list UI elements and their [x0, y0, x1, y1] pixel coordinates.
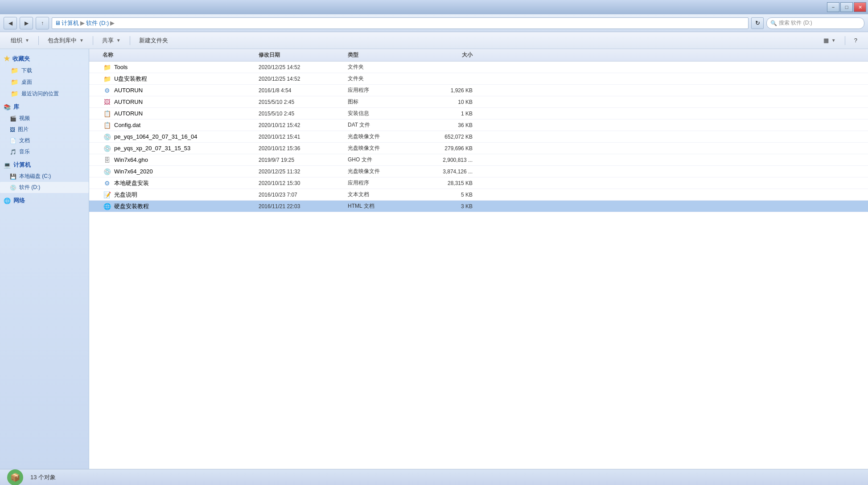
sidebar-item-image[interactable]: 🖼 图片	[0, 124, 89, 135]
sidebar-item-doc[interactable]: 📄 文档	[0, 135, 89, 146]
sidebar-item-music[interactable]: 🎵 音乐	[0, 146, 89, 157]
file-rows-container: 📁 Tools 2020/12/25 14:52 文件夹 📁 U盘安装教程 20…	[89, 62, 868, 212]
favorites-icon: ★	[4, 54, 10, 63]
file-size-cell: 28,315 KB	[419, 180, 481, 186]
table-row[interactable]: 💿 pe_yqs_xp_20_07_31_15_53 2020/10/12 15…	[89, 143, 868, 154]
file-icon: 🌐	[103, 202, 111, 210]
status-bar: 📦 13 个对象	[0, 469, 868, 485]
search-box[interactable]: 🔍 搜索 软件 (D:)	[766, 17, 864, 29]
header-name[interactable]: 名称	[89, 51, 259, 59]
table-row[interactable]: ⚙ AUTORUN 2016/1/8 4:54 应用程序 1,926 KB	[89, 85, 868, 96]
status-count: 13 个对象	[30, 473, 56, 481]
sidebar-item-desktop[interactable]: 📁 桌面	[0, 76, 89, 88]
file-type-cell: 光盘映像文件	[348, 168, 419, 175]
organize-button[interactable]: 组织 ▼	[5, 34, 35, 47]
table-row[interactable]: 📁 Tools 2020/12/25 14:52 文件夹	[89, 62, 868, 73]
video-label: 视频	[19, 115, 30, 122]
breadcrumb-end: ▶	[110, 20, 115, 26]
file-size-cell: 652,072 KB	[419, 134, 481, 140]
file-date-cell: 2016/11/21 22:03	[259, 203, 348, 210]
table-row[interactable]: 📋 AUTORUN 2015/5/10 2:45 安装信息 1 KB	[89, 108, 868, 119]
music-label: 音乐	[19, 148, 30, 156]
file-size-cell: 1,926 KB	[419, 87, 481, 94]
include-button[interactable]: 包含到库中 ▼	[42, 34, 89, 47]
file-icon: 💿	[103, 133, 111, 141]
file-type-cell: 图标	[348, 98, 419, 106]
breadcrumb-drive-label: 软件 (D:)	[86, 19, 109, 27]
file-type-cell: 文件夹	[348, 63, 419, 71]
close-button[interactable]: ✕	[854, 2, 866, 12]
toolbar-sep-2	[93, 36, 93, 45]
file-type-cell: 文本文档	[348, 191, 419, 198]
file-name: pe_yqs_1064_20_07_31_16_04	[114, 133, 197, 140]
header-size[interactable]: 大小	[419, 51, 481, 59]
refresh-button[interactable]: ↻	[751, 17, 764, 29]
breadcrumb-computer[interactable]: 🖥 计算机	[55, 19, 79, 27]
search-icon: 🔍	[770, 20, 777, 26]
file-size-cell: 36 KB	[419, 122, 481, 128]
file-name: Tools	[114, 64, 128, 70]
toolbar-sep-3	[130, 36, 130, 45]
table-row[interactable]: 🗄 Win7x64.gho 2019/9/7 19:25 GHO 文件 2,90…	[89, 154, 868, 166]
file-date-cell: 2020/12/25 11:32	[259, 169, 348, 175]
up-button[interactable]: ↑	[36, 17, 49, 29]
sidebar-item-drive-c[interactable]: 💾 本地磁盘 (C:)	[0, 171, 89, 182]
file-date-cell: 2020/12/25 14:52	[259, 64, 348, 70]
table-row[interactable]: 🖼 AUTORUN 2015/5/10 2:45 图标 10 KB	[89, 96, 868, 108]
table-row[interactable]: 💿 Win7x64_2020 2020/12/25 11:32 光盘映像文件 3…	[89, 166, 868, 177]
table-row[interactable]: 📁 U盘安装教程 2020/12/25 14:52 文件夹	[89, 73, 868, 85]
file-icon: 💿	[103, 144, 111, 152]
header-type[interactable]: 类型	[348, 51, 419, 59]
sidebar-section-network: 🌐 网络	[0, 195, 89, 206]
maximize-button[interactable]: □	[840, 2, 853, 12]
file-name-cell: 📁 U盘安装教程	[89, 75, 259, 83]
download-label: 下载	[21, 67, 32, 74]
recent-label: 最近访问的位置	[21, 90, 59, 98]
video-icon: 🎬	[10, 115, 16, 122]
file-icon: 📋	[103, 121, 111, 129]
disk-d-icon: 💿	[10, 185, 16, 191]
search-placeholder: 搜索 软件 (D:)	[779, 19, 812, 27]
table-row[interactable]: 📝 光盘说明 2016/10/23 7:07 文本文档 5 KB	[89, 189, 868, 201]
table-row[interactable]: 📋 Config.dat 2020/10/12 15:42 DAT 文件 36 …	[89, 119, 868, 131]
file-name-cell: 📋 Config.dat	[89, 121, 259, 129]
sidebar-section-favorites: ★ 收藏夹 📁 下载 📁 桌面 📁 最近访问的位置	[0, 53, 89, 99]
sidebar-item-recent[interactable]: 📁 最近访问的位置	[0, 88, 89, 99]
sidebar-item-download[interactable]: 📁 下载	[0, 65, 89, 76]
header-date[interactable]: 修改日期	[259, 51, 348, 59]
file-icon: ⚙	[103, 179, 111, 187]
file-name: 硬盘安装教程	[114, 202, 149, 210]
file-name: 本地硬盘安装	[114, 179, 149, 187]
back-button[interactable]: ◀	[4, 17, 17, 29]
file-name-cell: 📝 光盘说明	[89, 191, 259, 199]
new-folder-button[interactable]: 新建文件夹	[134, 34, 173, 47]
file-name: AUTORUN	[114, 110, 143, 117]
file-date-cell: 2016/10/23 7:07	[259, 192, 348, 198]
share-button[interactable]: 共享 ▼	[97, 34, 126, 47]
forward-button[interactable]: ▶	[20, 17, 33, 29]
table-row[interactable]: 💿 pe_yqs_1064_20_07_31_16_04 2020/10/12 …	[89, 131, 868, 143]
sidebar-item-video[interactable]: 🎬 视频	[0, 113, 89, 124]
file-icon: 📝	[103, 191, 111, 199]
minimize-button[interactable]: −	[827, 2, 839, 12]
new-folder-label: 新建文件夹	[139, 37, 168, 45]
file-list-area[interactable]: 名称 修改日期 类型 大小 📁 Tools 2020/12/25 14:52 文…	[89, 49, 868, 469]
sidebar-header-library[interactable]: 📚 库	[0, 101, 89, 113]
breadcrumb-bar[interactable]: 🖥 计算机 ▶ 软件 (D:) ▶	[52, 17, 749, 29]
table-row[interactable]: ⚙ 本地硬盘安装 2020/10/12 15:30 应用程序 28,315 KB	[89, 177, 868, 189]
sidebar-header-computer[interactable]: 💻 计算机	[0, 159, 89, 171]
file-icon: 📁	[103, 75, 111, 83]
view-button[interactable]: ▦ ▼	[818, 34, 841, 47]
sidebar-header-favorites[interactable]: ★ 收藏夹	[0, 53, 89, 65]
sidebar-header-network[interactable]: 🌐 网络	[0, 195, 89, 206]
file-type-cell: 光盘映像文件	[348, 144, 419, 152]
table-row[interactable]: 🌐 硬盘安装教程 2016/11/21 22:03 HTML 文档 3 KB	[89, 201, 868, 212]
file-name-cell: 📋 AUTORUN	[89, 110, 259, 118]
help-button[interactable]: ?	[849, 34, 863, 47]
breadcrumb-drive[interactable]: 软件 (D:)	[86, 19, 109, 27]
view-arrow: ▼	[831, 38, 836, 43]
sidebar: ★ 收藏夹 📁 下载 📁 桌面 📁 最近访问的位置 📚 库	[0, 49, 89, 469]
library-icon: 📚	[4, 104, 11, 111]
sidebar-item-drive-d[interactable]: 💿 软件 (D:)	[0, 182, 89, 193]
file-date-cell: 2020/12/25 14:52	[259, 76, 348, 82]
